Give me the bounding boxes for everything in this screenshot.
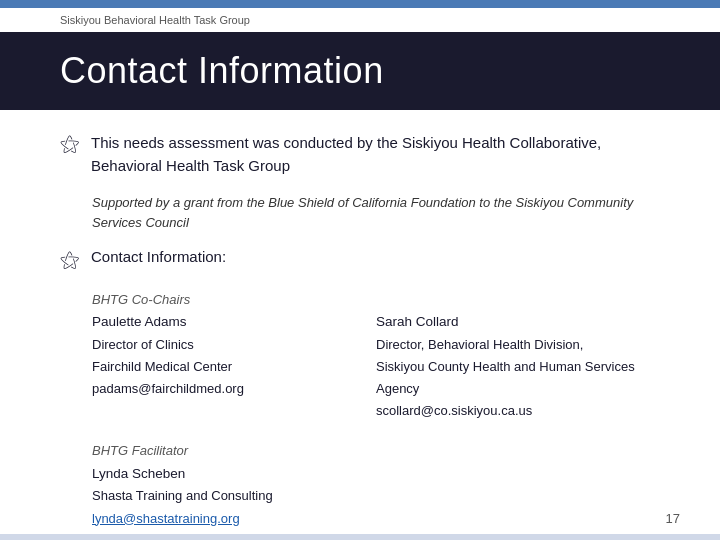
- contact-info-header: ⚝ Contact Information:: [60, 248, 660, 271]
- facilitator-email[interactable]: lynda@shastatraining.org: [92, 508, 660, 530]
- bullet-icon-1: ⚝: [60, 132, 79, 155]
- left-col-title: Director of Clinics: [92, 334, 376, 356]
- contact-label: Contact Information:: [91, 248, 226, 265]
- left-col-name: Paulette Adams: [92, 311, 376, 334]
- contact-col-right: Sarah Collard Director, Behavioral Healt…: [376, 289, 660, 422]
- header-section: Contact Information: [0, 32, 720, 110]
- contact-col-left: BHTG Co-Chairs Paulette Adams Director o…: [92, 289, 376, 422]
- right-col-header: [376, 289, 660, 311]
- right-col-org: Siskiyou County Health and Human Service…: [376, 356, 660, 400]
- bullet-section-1: ⚝ This needs assessment was conducted by…: [60, 132, 660, 177]
- right-col-email: scollard@co.siskiyou.ca.us: [376, 400, 660, 422]
- bullet-text-1: This needs assessment was conducted by t…: [91, 132, 660, 177]
- italic-note: Supported by a grant from the Blue Shiel…: [92, 193, 660, 232]
- page-title: Contact Information: [60, 50, 660, 92]
- facilitator-name: Lynda Scheben: [92, 463, 660, 486]
- top-bar: [0, 0, 720, 8]
- left-col-header: BHTG Co-Chairs: [92, 289, 376, 311]
- page-number: 17: [666, 511, 680, 526]
- facilitator-section: BHTG Facilitator Lynda Scheben Shasta Tr…: [92, 440, 660, 529]
- left-col-email: padams@fairchildmed.org: [92, 378, 376, 400]
- right-col-name: Sarah Collard: [376, 311, 660, 334]
- left-col-org: Fairchild Medical Center: [92, 356, 376, 378]
- main-content: ⚝ This needs assessment was conducted by…: [0, 110, 720, 540]
- right-col-title: Director, Behavioral Health Division,: [376, 334, 660, 356]
- bullet-icon-2: ⚝: [60, 248, 79, 271]
- facilitator-header: BHTG Facilitator: [92, 440, 660, 462]
- italic-note-text: Supported by a grant from the Blue Shiel…: [92, 195, 633, 230]
- bottom-bar: [0, 534, 720, 540]
- facilitator-org: Shasta Training and Consulting: [92, 485, 660, 507]
- breadcrumb-text: Siskiyou Behavioral Health Task Group: [60, 14, 250, 26]
- contacts-grid: BHTG Co-Chairs Paulette Adams Director o…: [92, 289, 660, 422]
- breadcrumb: Siskiyou Behavioral Health Task Group: [0, 8, 720, 32]
- facilitator-email-link[interactable]: lynda@shastatraining.org: [92, 511, 240, 526]
